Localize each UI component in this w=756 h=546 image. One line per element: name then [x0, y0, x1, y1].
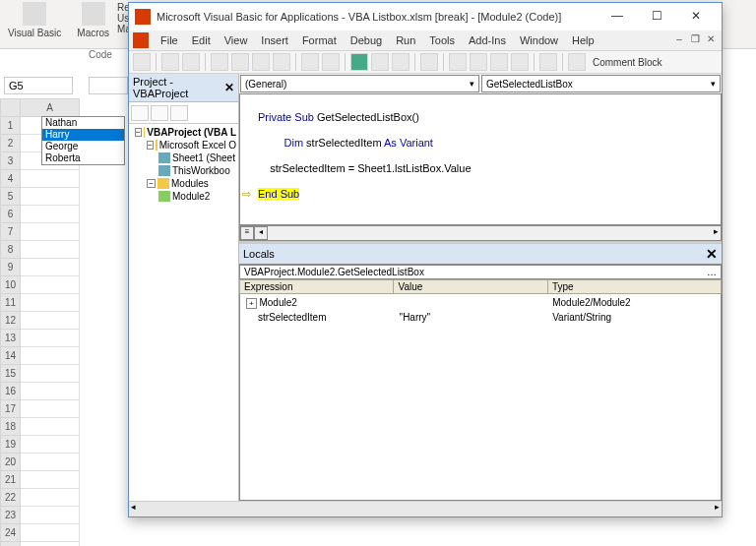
copy-button[interactable] [231, 53, 249, 71]
insert-button[interactable] [161, 53, 179, 71]
locals-col-expression[interactable]: Expression [240, 280, 394, 294]
macros-button[interactable]: Macros [69, 0, 117, 48]
row-header[interactable]: 7 [1, 223, 21, 241]
locals-col-type[interactable]: Type [547, 280, 721, 294]
row-header[interactable]: 25 [1, 542, 21, 547]
list-item[interactable]: George [42, 141, 124, 152]
design-mode-button[interactable] [420, 53, 438, 71]
menu-window[interactable]: Window [514, 32, 564, 48]
row-header[interactable]: 21 [1, 471, 21, 489]
cell[interactable] [21, 241, 80, 259]
cell[interactable] [21, 188, 80, 206]
cut-button[interactable] [211, 53, 228, 71]
cell[interactable] [21, 206, 80, 223]
help-button[interactable] [539, 53, 557, 71]
find-button[interactable] [273, 53, 290, 71]
menu-edit[interactable]: Edit [186, 32, 217, 48]
row-header[interactable]: 23 [1, 507, 21, 524]
locals-body[interactable]: + Module2 Module2/Module2 strSelectedIte… [239, 294, 722, 501]
maximize-button[interactable]: ☐ [637, 5, 676, 29]
cell[interactable] [21, 418, 80, 436]
cell[interactable] [21, 330, 80, 347]
cell[interactable] [21, 294, 80, 312]
cell[interactable] [21, 507, 80, 524]
row-header[interactable]: 18 [1, 418, 21, 436]
tree-workbook[interactable]: ThisWorkboo [131, 164, 236, 177]
menu-help[interactable]: Help [566, 32, 600, 48]
tree-project[interactable]: −VBAProject (VBA L [131, 126, 236, 139]
menu-file[interactable]: File [155, 32, 184, 48]
select-all[interactable] [1, 99, 21, 117]
row-header[interactable]: 24 [1, 524, 21, 542]
comment-icon[interactable] [568, 53, 586, 71]
row-header[interactable]: 9 [1, 259, 21, 276]
undo-button[interactable] [301, 53, 319, 71]
menu-format[interactable]: Format [296, 32, 343, 48]
save-button[interactable] [182, 53, 200, 71]
locals-row[interactable]: + Module2 Module2/Module2 [242, 296, 719, 309]
row-header[interactable]: 15 [1, 365, 21, 383]
menu-tools[interactable]: Tools [423, 32, 461, 48]
cell[interactable] [21, 489, 80, 507]
horizontal-scrollbar[interactable] [129, 501, 722, 516]
procedure-dropdown[interactable]: GetSelectedListBox [481, 75, 721, 92]
tree-modules[interactable]: −Modules [131, 177, 236, 190]
redo-button[interactable] [322, 53, 340, 71]
row-header[interactable]: 2 [1, 135, 21, 152]
row-header[interactable]: 16 [1, 383, 21, 400]
list-item[interactable]: Harry [42, 129, 124, 141]
row-header[interactable]: 3 [1, 152, 21, 170]
cell[interactable] [21, 259, 80, 276]
toolbox-button[interactable] [511, 53, 529, 71]
object-dropdown[interactable]: (General) [240, 75, 479, 92]
cell[interactable] [21, 542, 80, 547]
cell[interactable] [21, 170, 80, 188]
cell[interactable] [21, 312, 80, 330]
paste-button[interactable] [252, 53, 270, 71]
col-header[interactable]: A [21, 99, 80, 117]
full-view-button[interactable]: ◂ [254, 226, 268, 240]
locals-close-icon[interactable]: ✕ [706, 246, 718, 262]
row-header[interactable]: 5 [1, 188, 21, 206]
worksheet-listbox[interactable]: Nathan Harry George Roberta [41, 116, 125, 165]
object-browser-button[interactable] [490, 53, 508, 71]
row-header[interactable]: 19 [1, 436, 21, 454]
cell[interactable] [21, 276, 80, 294]
tree-module2[interactable]: Module2 [131, 190, 236, 203]
row-header[interactable]: 12 [1, 312, 21, 330]
locals-stack-button[interactable]: … [707, 267, 717, 277]
formula-bar[interactable] [89, 77, 128, 94]
menu-debug[interactable]: Debug [345, 32, 388, 48]
tree-excel-objects[interactable]: −Microsoft Excel O [131, 139, 236, 152]
visual-basic-button[interactable]: Visual Basic [0, 0, 69, 48]
cell[interactable] [21, 524, 80, 542]
cell[interactable] [21, 347, 80, 365]
excel-icon[interactable] [133, 32, 149, 48]
menu-run[interactable]: Run [390, 32, 421, 48]
row-header[interactable]: 4 [1, 170, 21, 188]
cell[interactable] [21, 223, 80, 241]
code-editor[interactable]: Private Sub GetSelectedListBox() Dim str… [239, 93, 722, 225]
list-item[interactable]: Nathan [42, 117, 124, 129]
expand-icon[interactable]: + [246, 298, 257, 309]
cell[interactable] [21, 471, 80, 489]
view-object-button[interactable] [151, 105, 168, 121]
menu-insert[interactable]: Insert [255, 32, 294, 48]
row-header[interactable]: 1 [1, 117, 21, 135]
view-code-button[interactable] [131, 105, 149, 121]
run-button[interactable] [350, 53, 368, 71]
procedure-view-button[interactable]: ≡ [240, 226, 254, 240]
doc-minimize-button[interactable]: – [672, 33, 686, 47]
toggle-folders-button[interactable] [170, 105, 188, 121]
minimize-button[interactable]: — [598, 5, 637, 29]
menu-addins[interactable]: Add-Ins [463, 32, 512, 48]
row-header[interactable]: 6 [1, 206, 21, 223]
view-excel-button[interactable] [133, 53, 151, 71]
cell[interactable] [21, 436, 80, 454]
titlebar[interactable]: Microsoft Visual Basic for Applications … [129, 3, 722, 30]
name-box[interactable] [4, 77, 73, 94]
spreadsheet-grid[interactable]: A 1 2 3 4 5 6 7 8 9 10 11 12 13 14 15 16… [0, 98, 80, 546]
row-header[interactable]: 11 [1, 294, 21, 312]
doc-close-button[interactable]: ✕ [704, 33, 718, 47]
cell[interactable] [21, 383, 80, 400]
